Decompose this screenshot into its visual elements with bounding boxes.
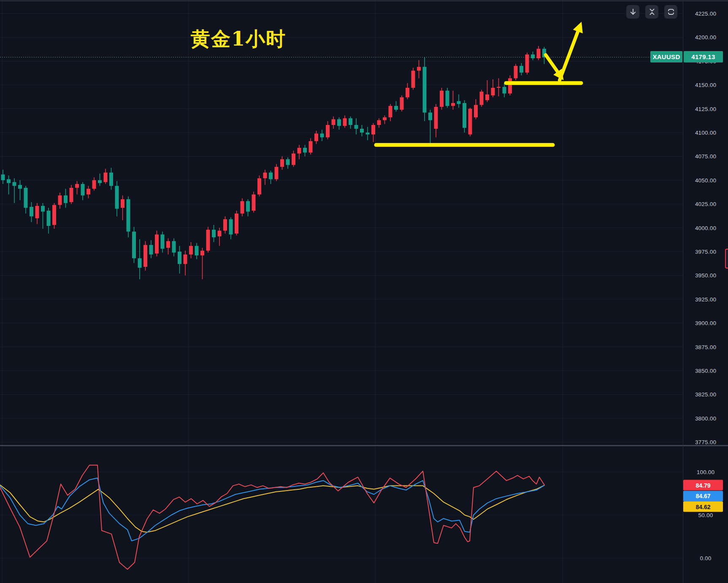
move-pane-down-button[interactable] xyxy=(626,5,639,19)
candle-body xyxy=(320,133,324,137)
price-axis-label: 4125.00 xyxy=(683,106,728,112)
candle-body xyxy=(269,173,273,179)
price-axis-label: 3800.00 xyxy=(683,415,728,421)
candle-body xyxy=(383,117,387,120)
candle-body xyxy=(252,195,256,211)
chart-canvas[interactable] xyxy=(0,0,728,583)
candle-body xyxy=(1,174,5,180)
pane-separator[interactable] xyxy=(0,445,728,446)
pane-top-border xyxy=(0,0,728,1)
candle-body xyxy=(343,118,347,126)
collapse-vertical-icon xyxy=(647,7,657,16)
candle-body xyxy=(480,92,484,105)
collapse-pane-button[interactable] xyxy=(645,5,658,19)
last-price-tag: 4179.13 xyxy=(684,51,723,62)
maximize-pane-button[interactable] xyxy=(664,5,677,19)
candle-body xyxy=(58,195,62,205)
candle-body xyxy=(30,207,33,217)
candle-body xyxy=(394,106,398,110)
candle-body xyxy=(138,258,142,268)
candle-body xyxy=(18,185,22,189)
price-axis-label: 4200.00 xyxy=(683,34,728,41)
price-axis-label: 4025.00 xyxy=(683,201,728,207)
candle-body xyxy=(218,230,222,236)
candle-body xyxy=(349,118,352,125)
candle-body xyxy=(503,87,506,94)
candle-body xyxy=(366,133,370,135)
candle-body xyxy=(428,113,432,120)
candle-body xyxy=(400,98,404,110)
candle-body xyxy=(13,182,16,186)
candle-body xyxy=(446,91,449,106)
candle-body xyxy=(332,119,336,125)
price-axis-label: 3975.00 xyxy=(683,249,728,255)
candle-body xyxy=(104,173,108,182)
pane-button-toolbar xyxy=(626,5,677,19)
candle-body xyxy=(143,245,147,267)
candle-body xyxy=(87,189,90,195)
candle-body xyxy=(298,148,301,154)
candle-body xyxy=(468,109,472,135)
candle-body xyxy=(121,199,124,208)
candle-body xyxy=(161,234,165,249)
candle-body xyxy=(514,66,518,78)
candle-body xyxy=(166,241,170,248)
candle-body xyxy=(127,199,130,232)
candle-body xyxy=(314,133,318,141)
price-axis-label: 4075.00 xyxy=(683,153,728,160)
candle-body xyxy=(377,120,381,125)
candles-layer xyxy=(1,46,547,279)
grid-layer xyxy=(0,0,683,583)
candle-body xyxy=(75,184,79,188)
candle-body xyxy=(491,88,495,95)
candle-body xyxy=(41,206,45,212)
candle-body xyxy=(241,201,244,213)
candle-body xyxy=(355,125,358,129)
candle-body xyxy=(70,188,73,202)
candle-body xyxy=(149,245,153,255)
candle-body xyxy=(47,211,51,226)
chart-annotation-title: 黄金1小时 xyxy=(191,27,286,51)
indicator-axis-label: 0.00 xyxy=(683,555,728,561)
kdj-value-tag-k: 84.67 xyxy=(683,491,723,501)
price-axis-label: 3950.00 xyxy=(683,272,728,279)
candle-body xyxy=(434,107,438,129)
candle-body xyxy=(81,184,85,195)
price-axis-label: 3925.00 xyxy=(683,296,728,302)
candle-body xyxy=(92,180,96,189)
trading-chart-window: 黄金1小时 422 xyxy=(0,0,728,583)
candle-body xyxy=(155,234,159,253)
kdj-line-j xyxy=(0,465,544,569)
candle-body xyxy=(451,103,455,106)
candle-body xyxy=(206,230,210,251)
price-axis-label: 3775.00 xyxy=(683,439,728,445)
candle-body xyxy=(474,105,478,117)
maximize-frame-icon xyxy=(666,7,676,16)
candle-body xyxy=(337,119,341,126)
candle-body xyxy=(52,205,56,225)
candle-body xyxy=(326,125,330,137)
candle-body xyxy=(223,219,227,230)
candle-body xyxy=(235,214,238,233)
candle-body xyxy=(212,230,216,237)
arrow-down[interactable] xyxy=(546,55,561,76)
price-axis-label: 4050.00 xyxy=(683,177,728,183)
candle-body xyxy=(246,201,250,212)
candle-body xyxy=(184,255,187,264)
candle-body xyxy=(275,167,279,179)
price-axis-label: 3825.00 xyxy=(683,391,728,398)
candle-body xyxy=(280,159,284,167)
drawings-layer xyxy=(376,26,581,145)
price-axis-label: 3900.00 xyxy=(683,320,728,326)
candle-body xyxy=(360,129,364,133)
price-axis-label: 3850.00 xyxy=(683,368,728,374)
candle-body xyxy=(406,88,409,98)
price-axis-label: 4225.00 xyxy=(683,11,728,17)
clipped-edge-element xyxy=(725,249,728,268)
candle-body xyxy=(172,241,176,252)
arrow-down-icon xyxy=(628,7,638,16)
price-axis-label: 4000.00 xyxy=(683,225,728,231)
candle-body xyxy=(485,95,489,100)
kdj-value-tag-j: 84.79 xyxy=(683,480,723,491)
candle-body xyxy=(109,173,113,186)
